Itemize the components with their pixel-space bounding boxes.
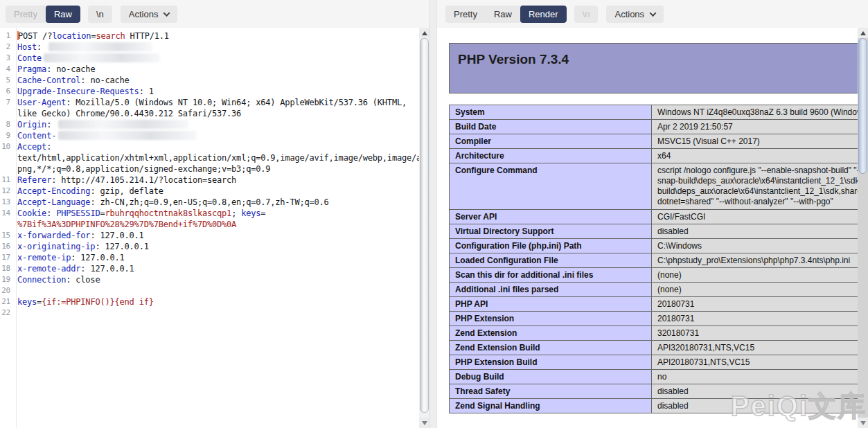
code-segment: : 127.0.0.1 bbox=[71, 253, 124, 262]
table-row: Thread Safetydisabled bbox=[450, 384, 868, 399]
request-line: text/html,application/xhtml+xml,applicat… bbox=[0, 152, 429, 163]
line-number bbox=[0, 219, 12, 230]
line-text: Connection: close bbox=[12, 274, 100, 285]
raw-button[interactable]: Raw bbox=[46, 6, 80, 23]
line-text: Origin: bbox=[12, 119, 188, 130]
line-text: png,*/*;q=0.8,application/signed-exchang… bbox=[12, 163, 270, 175]
line-number: 5 bbox=[0, 75, 12, 86]
code-segment: x-forwarded-for bbox=[17, 231, 90, 240]
row-value: MSVC15 (Visual C++ 2017) bbox=[652, 134, 868, 149]
table-row: Debug Buildno bbox=[450, 370, 868, 384]
line-number bbox=[0, 152, 12, 163]
table-row: Configure Commandcscript /nologo configu… bbox=[450, 163, 868, 210]
line-text: x-remote-addr: 127.0.0.1 bbox=[12, 263, 134, 274]
table-row: Loaded Configuration FileC:\phpstudy_pro… bbox=[450, 253, 868, 268]
pretty-button[interactable]: Pretty bbox=[445, 6, 486, 23]
line-number: 10 bbox=[0, 141, 12, 152]
line-text: Content- bbox=[12, 130, 197, 141]
row-value: 20180731 bbox=[652, 297, 868, 312]
code-segment: search bbox=[96, 31, 125, 41]
table-row: SystemWindows NT iZ4q8e0uxq38naZ 6.3 bui… bbox=[450, 105, 868, 120]
render-button[interactable]: Render bbox=[520, 6, 567, 23]
line-number bbox=[0, 108, 12, 119]
scroll-down-icon[interactable] bbox=[419, 418, 429, 428]
line-text: Conte bbox=[12, 53, 160, 64]
row-label: Configuration File (php.ini) Path bbox=[450, 239, 652, 253]
code-segment: x-remote-addr bbox=[17, 264, 80, 274]
response-toolbar: Pretty Raw Render \n Actions bbox=[437, 0, 868, 28]
newline-toggle-button[interactable]: \n bbox=[88, 6, 112, 23]
code-segment: ; bbox=[231, 208, 241, 218]
code-segment: keys bbox=[241, 208, 260, 218]
request-line: 3Conte bbox=[0, 53, 429, 64]
pane-divider[interactable] bbox=[429, 0, 437, 428]
row-label: Architecture bbox=[450, 149, 652, 163]
phpinfo-header: PHP Version 7.3.4 bbox=[449, 43, 860, 93]
row-label: Zend Extension Build bbox=[450, 341, 652, 355]
code-segment: : bbox=[37, 42, 46, 52]
row-value: Apr 2 2019 21:50:57 bbox=[652, 120, 868, 134]
request-editor[interactable]: 1POST /?location=search HTTP/1.12Host: 3… bbox=[0, 28, 429, 428]
row-value: 20180731 bbox=[652, 312, 868, 326]
row-label: Zend Extension bbox=[450, 326, 652, 341]
row-label: Zend Signal Handling bbox=[450, 399, 652, 413]
code-segment: PHPSESSID bbox=[56, 208, 100, 218]
scroll-down-icon[interactable] bbox=[858, 418, 868, 428]
line-number: 13 bbox=[0, 197, 12, 208]
line-text: x-originating-ip: 127.0.0.1 bbox=[12, 241, 149, 252]
request-scrollbar[interactable] bbox=[419, 28, 429, 428]
row-value: no bbox=[652, 370, 868, 384]
scroll-up-icon[interactable] bbox=[858, 28, 868, 38]
line-text: Accept: bbox=[12, 141, 51, 152]
line-text bbox=[12, 285, 22, 296]
code-segment: : zh-CN,zh;q=0.9,en-US;q=0.8,en;q=0.7,zh… bbox=[90, 197, 328, 207]
row-label: Debug Build bbox=[450, 370, 652, 384]
line-number: 17 bbox=[0, 252, 12, 263]
code-segment: like Gecko) Chrome/90.0.4430.212 Safari/… bbox=[17, 109, 241, 118]
request-line: 9Content- bbox=[0, 130, 429, 141]
row-label: Additional .ini files parsed bbox=[450, 283, 652, 297]
request-pane: Pretty Raw \n Actions 1POST /?location=s… bbox=[0, 0, 429, 428]
pretty-button[interactable]: Pretty bbox=[6, 6, 46, 23]
line-text: Cookie: PHPSESSID=rbuhrqqhoctntnak8slkas… bbox=[12, 208, 265, 219]
response-scrollbar[interactable] bbox=[858, 28, 868, 428]
code-segment: : 127.0.0.1 bbox=[90, 231, 143, 240]
line-text: text/html,application/xhtml+xml,applicat… bbox=[12, 152, 421, 163]
line-number: 8 bbox=[0, 119, 12, 130]
request-line: png,*/*;q=0.8,application/signed-exchang… bbox=[0, 163, 429, 175]
chevron-down-icon bbox=[163, 10, 170, 17]
line-number: 1 bbox=[0, 30, 12, 42]
code-segment: Cookie bbox=[17, 208, 46, 218]
row-value: (none) bbox=[652, 268, 868, 283]
actions-button[interactable]: Actions bbox=[606, 6, 664, 23]
code-segment: %7Bif%3A%3DPHPINFO%28%29%7D%7Bend+if%7D%… bbox=[17, 220, 236, 229]
scrollbar-thumb[interactable] bbox=[420, 38, 429, 413]
scrollbar-thumb[interactable] bbox=[858, 38, 867, 174]
table-row: Zend Signal Handlingdisabled bbox=[450, 399, 868, 413]
table-row: PHP API20180731 bbox=[450, 297, 868, 312]
request-line: 7User-Agent: Mozilla/5.0 (Windows NT 10.… bbox=[0, 97, 429, 108]
line-text: x-remote-ip: 127.0.0.1 bbox=[12, 252, 125, 263]
raw-button[interactable]: Raw bbox=[486, 6, 520, 23]
actions-button[interactable]: Actions bbox=[121, 6, 178, 23]
line-text bbox=[12, 307, 22, 319]
actions-label: Actions bbox=[614, 9, 644, 19]
table-row: Zend Extension320180731 bbox=[450, 326, 868, 341]
line-text: like Gecko) Chrome/90.0.4430.212 Safari/… bbox=[12, 108, 241, 119]
request-line: 15x-forwarded-for: 127.0.0.1 bbox=[0, 230, 429, 241]
line-text: Accept-Encoding: gzip, deflate bbox=[12, 186, 163, 197]
row-value: disabled bbox=[652, 384, 868, 399]
line-text: POST /?location=search HTTP/1.1 bbox=[12, 30, 169, 42]
code-segment: User-Agent bbox=[17, 98, 66, 107]
code-segment: Accept-Encoding bbox=[17, 186, 90, 196]
row-label: Build Date bbox=[450, 120, 652, 134]
redacted-value bbox=[58, 131, 197, 140]
code-segment: : http://47.105.214.1/?location=search bbox=[51, 175, 236, 185]
response-view-toggle: Pretty Raw Render bbox=[445, 6, 567, 23]
row-value: (none) bbox=[652, 283, 868, 297]
request-line: 20 bbox=[0, 285, 429, 296]
line-text: %7Bif%3A%3DPHPINFO%28%29%7D%7Bend+if%7D%… bbox=[12, 219, 236, 230]
scroll-up-icon[interactable] bbox=[419, 28, 429, 38]
line-number: 21 bbox=[0, 296, 12, 307]
request-line: 5Cache-Control: no-cache bbox=[0, 75, 429, 86]
